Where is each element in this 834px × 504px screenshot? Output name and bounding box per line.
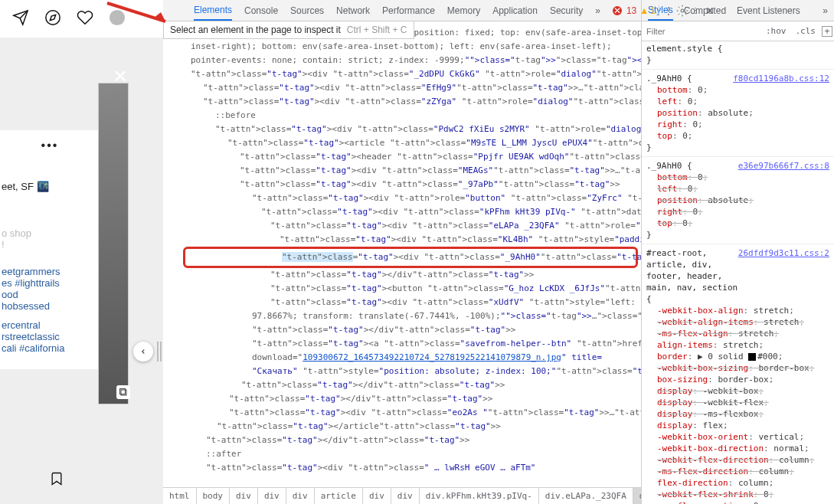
devtools-tabs: Elements Console Sources Network Perform… bbox=[163, 0, 641, 21]
chevron-left-icon[interactable] bbox=[133, 342, 153, 362]
tab-eventlisteners[interactable]: Event Listeners bbox=[737, 5, 800, 16]
crumb[interactable]: html bbox=[163, 488, 197, 504]
tab-network[interactable]: Network bbox=[336, 5, 370, 16]
styles-panel: Styles Computed Event Listeners » :hov .… bbox=[641, 0, 834, 504]
inspect-tooltip: Select an element in the page to inspect… bbox=[163, 21, 414, 39]
svg-point-0 bbox=[46, 11, 60, 25]
dom-tree[interactable]: "t-attn">class="t-tag"><div "t-attn">sty… bbox=[163, 21, 641, 487]
close-devtools-icon[interactable]: ✕ bbox=[702, 5, 718, 17]
send-icon[interactable] bbox=[12, 9, 29, 28]
tab-performance[interactable]: Performance bbox=[382, 5, 435, 16]
tab-elements[interactable]: Elements bbox=[194, 0, 232, 21]
crumb[interactable]: div bbox=[258, 488, 286, 504]
crumb[interactable]: div bbox=[286, 488, 315, 504]
crumb[interactable]: body bbox=[197, 488, 231, 504]
tab-memory[interactable]: Memory bbox=[447, 5, 480, 16]
page-preview: ✕ ••• eet, SF 🌃 o shop ! eetgrammers es … bbox=[0, 0, 163, 504]
more-icon[interactable]: ••• bbox=[0, 135, 100, 165]
stack-icon bbox=[116, 385, 130, 399]
new-rule-button[interactable]: + bbox=[822, 26, 832, 37]
error-icon[interactable]: ✕ bbox=[613, 6, 622, 15]
drag-handle[interactable] bbox=[157, 342, 160, 362]
hov-toggle[interactable]: :hov bbox=[763, 25, 790, 38]
crumb[interactable]: div bbox=[230, 488, 258, 504]
heart-icon[interactable] bbox=[77, 9, 93, 28]
warn-icon[interactable]: ▲1 bbox=[639, 5, 656, 16]
crumb[interactable]: div.kPFhm.kHt39.pIVq- bbox=[420, 488, 539, 504]
svg-point-2 bbox=[110, 10, 125, 25]
compass-icon[interactable] bbox=[44, 9, 61, 28]
crumb[interactable]: div bbox=[363, 488, 391, 504]
crumb[interactable]: div.eLAPa._23QFA bbox=[539, 488, 633, 504]
elements-panel: Elements Console Sources Network Perform… bbox=[163, 0, 641, 504]
crumb[interactable]: div bbox=[391, 488, 420, 504]
more-tabs-icon[interactable]: » bbox=[823, 5, 828, 16]
post-image bbox=[98, 83, 129, 404]
avatar[interactable] bbox=[109, 9, 126, 28]
bookmark-icon[interactable] bbox=[49, 471, 64, 489]
crumb[interactable]: div._9AhH0 bbox=[633, 488, 641, 504]
more-tabs-icon[interactable]: » bbox=[595, 5, 600, 16]
gear-icon[interactable] bbox=[676, 5, 688, 17]
svg-point-8 bbox=[681, 9, 684, 12]
post-card: ••• eet, SF 🌃 o shop ! eetgrammers es #l… bbox=[0, 130, 100, 369]
tab-application[interactable]: Application bbox=[492, 5, 538, 16]
styles-rules[interactable]: element.style {}._9AhH0 {f80cd1196a8b.cs… bbox=[642, 41, 834, 504]
tab-console[interactable]: Console bbox=[244, 5, 278, 16]
tab-sources[interactable]: Sources bbox=[290, 5, 324, 16]
filter-input[interactable] bbox=[643, 24, 760, 39]
svg-marker-1 bbox=[50, 15, 55, 20]
cls-toggle[interactable]: .cls bbox=[793, 25, 819, 38]
breadcrumb[interactable]: html body div div div article div div di… bbox=[163, 487, 641, 504]
tab-security[interactable]: Security bbox=[550, 5, 583, 16]
crumb[interactable]: article bbox=[315, 488, 363, 504]
